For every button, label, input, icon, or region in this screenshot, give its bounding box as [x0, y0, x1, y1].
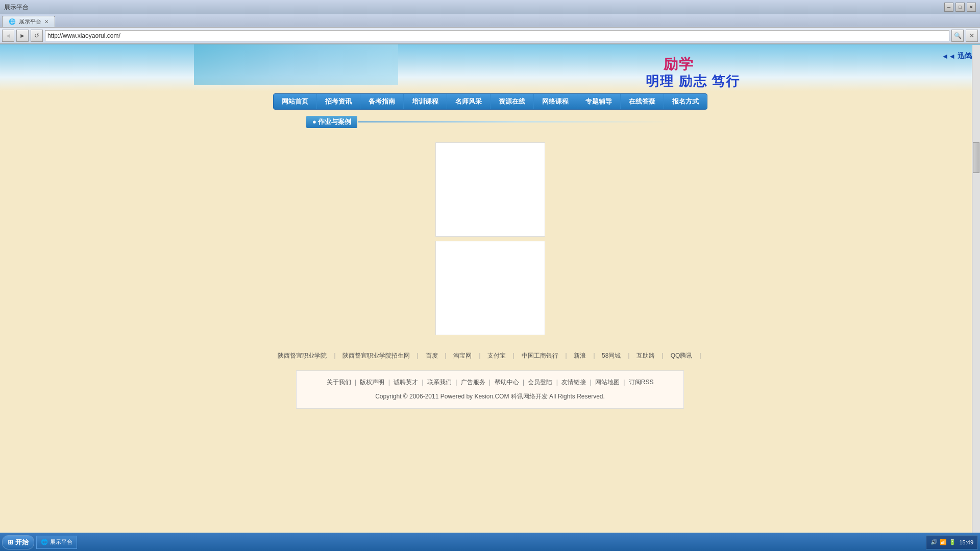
- footer-sep-3: ｜: [443, 352, 449, 359]
- taskbar: ⊞ 开始 🌐 展示平台 🔊 📶 🔋 15:49: [0, 533, 980, 551]
- section-tag: ● 作业与案例: [306, 116, 357, 128]
- footer-sep-7: ｜: [591, 352, 597, 359]
- nav-item-teacher[interactable]: 名师风采: [447, 94, 491, 109]
- back-button[interactable]: ◄: [2, 30, 14, 42]
- refresh-button[interactable]: ↺: [31, 30, 43, 42]
- footer-sitemap[interactable]: 网站地图: [595, 379, 620, 386]
- address-bar[interactable]: http://www.xiaoyaorui.com/: [45, 30, 949, 41]
- footer-sep-6: ｜: [563, 352, 569, 359]
- site-header: 励学 明理 励志 笃行 ◄◄ 迅鸽7: [0, 44, 980, 91]
- nav-item-guide[interactable]: 备考指南: [360, 94, 404, 109]
- footer-link-huzhu[interactable]: 互助路: [636, 352, 655, 359]
- taskbar-window-icon: 🌐: [41, 539, 48, 545]
- footer-link-qq[interactable]: QQ腾讯: [671, 352, 693, 359]
- close-button[interactable]: ✕: [967, 3, 976, 12]
- page-content: 励学 明理 励志 笃行 ◄◄ 迅鸽7 网站首页 招考资讯 备考指南 培训课程 名…: [0, 44, 980, 409]
- footer-sep-10: ｜: [697, 352, 703, 359]
- nav-menu: 网站首页 招考资讯 备考指南 培训课程 名师风采 资源在线 网络课程 专题辅导 …: [0, 91, 980, 112]
- footer-link-baidu[interactable]: 百度: [426, 352, 438, 359]
- search-button[interactable]: 🔍: [951, 30, 964, 42]
- footer-contact[interactable]: 联系我们: [427, 379, 452, 386]
- footer-info-links: 关于我们 | 版权声明 | 诚聘英才 | 联系我们 | 广告服务 | 帮助中心 …: [303, 377, 677, 388]
- footer-sep-1: ｜: [332, 352, 338, 359]
- footer-sep-4: ｜: [477, 352, 483, 359]
- tray-icon-3: 🔋: [949, 539, 956, 545]
- tab-label: 展示平台: [19, 18, 41, 26]
- nav-item-register[interactable]: 报名方式: [664, 94, 707, 109]
- footer-rss[interactable]: 订阅RSS: [629, 379, 654, 386]
- footer-recruit[interactable]: 诚聘英才: [394, 379, 418, 386]
- taskbar-time: 15:49: [959, 539, 973, 545]
- nav-item-course[interactable]: 培训课程: [404, 94, 447, 109]
- browser-chrome: 展示平台 ─ □ ✕ 🌐 展示平台 ✕ ◄ ► ↺ http://www.xia…: [0, 0, 980, 44]
- footer-sep-5: ｜: [510, 352, 517, 359]
- footer-sep-2: ｜: [414, 352, 421, 359]
- footer-link-58[interactable]: 58同城: [602, 352, 621, 359]
- maximize-button[interactable]: □: [955, 3, 965, 12]
- nav-item-news[interactable]: 招考资讯: [317, 94, 360, 109]
- header-slogan-top: 励学: [664, 55, 694, 74]
- footer-link-recruit[interactable]: 陕西督宜职业学院招生网: [342, 352, 410, 359]
- title-bar-title: 展示平台: [4, 3, 29, 12]
- start-label: 开始: [15, 538, 29, 547]
- tab-icon: 🌐: [9, 18, 16, 25]
- footer-ad[interactable]: 广告服务: [461, 379, 485, 386]
- taskbar-window-label: 展示平台: [50, 538, 72, 546]
- footer-help[interactable]: 帮助中心: [495, 379, 519, 386]
- tab-bar: 🌐 展示平台 ✕: [0, 14, 980, 28]
- footer-copyright-notice[interactable]: 版权声明: [360, 379, 384, 386]
- footer-login[interactable]: 会员登陆: [528, 379, 552, 386]
- nav-item-resource[interactable]: 资源在线: [491, 94, 534, 109]
- taskbar-icons: 🔊 📶 🔋: [930, 539, 956, 545]
- start-button[interactable]: ⊞ 开始: [2, 535, 34, 549]
- footer-about[interactable]: 关于我们: [327, 379, 351, 386]
- section-line: [358, 121, 674, 122]
- browser-tab[interactable]: 🌐 展示平台 ✕: [2, 16, 55, 27]
- xunjin-arrow: ◄◄: [941, 52, 955, 60]
- content-area: [0, 132, 980, 345]
- content-box-1: [435, 142, 545, 237]
- nav-item-special[interactable]: 专题辅导: [577, 94, 621, 109]
- footer-friendly-links[interactable]: 友情链接: [561, 379, 586, 386]
- tray-icon-1: 🔊: [930, 539, 938, 545]
- taskbar-tray: 🔊 📶 🔋 15:49: [926, 535, 978, 549]
- nav-close-button[interactable]: ✕: [966, 30, 978, 42]
- footer-link-sina[interactable]: 新浪: [574, 352, 586, 359]
- minimize-button[interactable]: ─: [944, 3, 953, 12]
- nav-bar: ◄ ► ↺ http://www.xiaoyaorui.com/ 🔍 ✕: [0, 28, 980, 44]
- footer-link-college[interactable]: 陕西督宜职业学院: [278, 352, 327, 359]
- header-slogan-bottom: 明理 励志 笃行: [646, 72, 740, 90]
- content-box-2: [435, 241, 545, 335]
- tab-close-icon[interactable]: ✕: [44, 19, 48, 24]
- start-icon: ⊞: [8, 538, 13, 546]
- footer-sep-8: ｜: [626, 352, 632, 359]
- footer-link-alipay[interactable]: 支付宝: [487, 352, 506, 359]
- forward-button[interactable]: ►: [16, 30, 29, 42]
- address-text: http://www.xiaoyaorui.com/: [47, 32, 120, 39]
- footer-sep-9: ｜: [659, 352, 666, 359]
- title-bar: 展示平台 ─ □ ✕: [0, 0, 980, 14]
- scrollbar-track[interactable]: [972, 45, 980, 533]
- footer-info: 关于我们 | 版权声明 | 诚聘英才 | 联系我们 | 广告服务 | 帮助中心 …: [296, 370, 684, 409]
- scrollbar-thumb[interactable]: [973, 142, 979, 173]
- tray-icon-2: 📶: [940, 539, 947, 545]
- nav-item-home[interactable]: 网站首页: [274, 94, 317, 109]
- footer-copyright: Copyright © 2006-2011 Powered by Kesion.…: [303, 391, 677, 403]
- nav-menu-inner: 网站首页 招考资讯 备考指南 培训课程 名师风采 资源在线 网络课程 专题辅导 …: [273, 93, 707, 110]
- footer-link-icbc[interactable]: 中国工商银行: [522, 352, 558, 359]
- nav-item-qa[interactable]: 在线答疑: [621, 94, 664, 109]
- taskbar-window-browser[interactable]: 🌐 展示平台: [36, 536, 77, 549]
- header-logo: [194, 44, 398, 85]
- title-bar-buttons: ─ □ ✕: [944, 3, 976, 12]
- footer-link-taobao[interactable]: 淘宝网: [453, 352, 472, 359]
- section-header: ● 作业与案例: [306, 116, 674, 128]
- footer-links: 陕西督宜职业学院 ｜ 陕西督宜职业学院招生网 ｜ 百度 ｜ 淘宝网 ｜ 支付宝 …: [0, 345, 980, 366]
- nav-item-online[interactable]: 网络课程: [534, 94, 577, 109]
